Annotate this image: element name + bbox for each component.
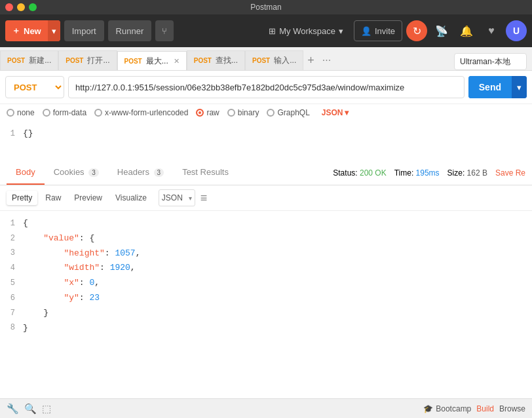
resp-tab-test-results[interactable]: Test Results <box>173 161 238 185</box>
tab-label-0: 新建... <box>29 55 51 66</box>
view-pretty-button[interactable]: Pretty <box>7 191 37 205</box>
resp-line-num-2: 2 <box>0 233 23 245</box>
body-type-urlencoded[interactable]: x-www-form-urlencoded <box>94 108 188 117</box>
heart-icon-button[interactable]: ♥ <box>481 20 502 41</box>
json-format-button[interactable]: JSON ▾ <box>322 108 349 117</box>
resp-tab-headers-label: Headers <box>117 167 149 177</box>
resp-line-num-1: 1 <box>0 218 23 230</box>
resp-line-6: 6 "y": 23 <box>0 291 532 306</box>
status-bar: 🔧 🔍 ⬚ 🎓 Bootcamp Build Browse <box>0 398 532 418</box>
body-type-raw[interactable]: raw <box>196 108 219 117</box>
radio-urlencoded-label: x-www-form-urlencoded <box>105 108 188 117</box>
fork-button[interactable]: ⑂ <box>155 20 174 41</box>
resp-tab-test-results-label: Test Results <box>182 167 229 177</box>
tab-method-0: POST <box>7 57 25 64</box>
body-types: none form-data x-www-form-urlencoded raw… <box>0 104 532 121</box>
tab-method-1: POST <box>66 57 83 64</box>
format-arrow-icon: ▾ <box>186 195 195 202</box>
size-label: Size: 162 B <box>447 168 487 178</box>
tab-4[interactable]: POST 输入... <box>245 50 303 70</box>
request-body-editor[interactable]: 1 {} <box>0 121 532 161</box>
radio-none-dot <box>7 109 14 117</box>
status-value: 200 OK <box>360 168 387 178</box>
send-dropdown-button[interactable]: ▾ <box>512 76 527 98</box>
tabs-bar: POST 新建... POST 打开... POST 最大... ✕ POST … <box>0 47 532 71</box>
invite-button[interactable]: 👤 Invite <box>354 20 402 41</box>
tab-0[interactable]: POST 新建... <box>0 50 58 70</box>
body-type-form-data[interactable]: form-data <box>43 108 86 117</box>
tab-method-4: POST <box>252 57 270 64</box>
maximize-button[interactable] <box>29 3 37 11</box>
send-button[interactable]: Send <box>468 76 512 98</box>
radio-binary-dot <box>227 109 235 117</box>
resp-line-content-4: "width": 1920, <box>23 261 136 275</box>
view-raw-button[interactable]: Raw <box>40 191 66 205</box>
radio-binary-label: binary <box>238 108 259 117</box>
bootcamp-icon: 🎓 <box>423 404 433 413</box>
resp-tab-body[interactable]: Body <box>7 161 45 185</box>
send-button-wrapper: Send ▾ <box>468 76 527 98</box>
resp-tab-headers[interactable]: Headers 3 <box>108 161 173 185</box>
close-button[interactable] <box>5 3 13 11</box>
radio-raw-label: raw <box>206 108 219 117</box>
resp-line-content-8: } <box>23 322 28 335</box>
radio-none-label: none <box>17 108 35 117</box>
main-toolbar: ＋ New ▾ Import Runner ⑂ ⊞ My Workspace ▾… <box>0 14 532 47</box>
build-button[interactable]: Build <box>476 404 494 413</box>
resp-line-5: 5 "x": 0, <box>0 276 532 291</box>
bootcamp-item[interactable]: 🎓 Bootcamp <box>423 404 471 413</box>
tab-1[interactable]: POST 打开... <box>58 50 117 70</box>
resp-line-content-2: "value": { <box>23 232 94 246</box>
resp-tab-body-label: Body <box>16 167 35 177</box>
bell-icon-button[interactable]: 🔔 <box>456 20 477 41</box>
new-button[interactable]: ＋ New <box>5 20 48 41</box>
response-panel: Body Cookies 3 Headers 3 Test Results St… <box>0 161 532 398</box>
view-visualize-button[interactable]: Visualize <box>110 191 152 205</box>
browse-button[interactable]: Browse <box>499 404 525 413</box>
satellite-icon-button[interactable]: 📡 <box>431 20 452 41</box>
time-label: Time: 195ms <box>394 168 440 178</box>
env-select-wrapper: Ultraman-本地 <box>454 53 527 70</box>
avatar-button[interactable]: U <box>506 20 527 41</box>
tab-close-2[interactable]: ✕ <box>174 57 180 66</box>
terminal-icon[interactable]: ⬚ <box>42 403 51 415</box>
resp-tab-cookies[interactable]: Cookies 3 <box>45 161 108 185</box>
status-label: Status: 200 OK <box>333 168 386 178</box>
new-dropdown-button[interactable]: ▾ <box>48 20 60 41</box>
body-type-graphql[interactable]: GraphQL <box>267 108 309 117</box>
chevron-down-icon: ▾ <box>339 26 343 36</box>
add-tab-button[interactable]: + <box>303 50 318 70</box>
runner-button[interactable]: Runner <box>108 20 152 41</box>
resp-line-content-3: "height": 1057, <box>23 247 140 261</box>
wrap-button[interactable]: ≡ <box>198 191 210 205</box>
more-tabs-button[interactable]: ··· <box>318 50 335 70</box>
workspace-button[interactable]: ⊞ My Workspace ▾ <box>262 20 350 41</box>
response-status-bar: Status: 200 OK Time: 195ms Size: 162 B S… <box>333 168 525 178</box>
import-button[interactable]: Import <box>64 20 104 41</box>
search-icon[interactable]: 🔍 <box>24 403 37 415</box>
resp-line-content-1: { <box>23 217 28 231</box>
save-response-button[interactable]: Save Re <box>495 168 525 178</box>
resp-line-1: 1 { <box>0 216 532 231</box>
resp-line-num-8: 8 <box>0 322 23 334</box>
minimize-button[interactable] <box>17 3 25 11</box>
response-view-bar: Pretty Raw Preview Visualize JSON XML HT… <box>0 185 532 211</box>
url-bar: POST GET PUT DELETE PATCH Send ▾ <box>0 71 532 104</box>
tab-label-2: 最大... <box>146 56 168 67</box>
method-select[interactable]: POST GET PUT DELETE PATCH <box>5 76 64 98</box>
body-type-none[interactable]: none <box>7 108 35 117</box>
body-type-binary[interactable]: binary <box>227 108 259 117</box>
format-select[interactable]: JSON XML HTML Text <box>159 192 186 204</box>
view-preview-button[interactable]: Preview <box>69 191 107 205</box>
environment-select[interactable]: Ultraman-本地 <box>454 53 527 70</box>
resp-line-num-5: 5 <box>0 277 23 290</box>
url-input[interactable] <box>68 76 465 98</box>
tab-2[interactable]: POST 最大... ✕ <box>117 51 187 71</box>
line-content-1: {} <box>23 127 33 141</box>
tab-3[interactable]: POST 查找... <box>187 50 245 70</box>
resp-line-num-4: 4 <box>0 262 23 275</box>
size-value: 162 B <box>467 168 487 178</box>
sync-button[interactable]: ↻ <box>406 20 427 41</box>
tab-method-3: POST <box>194 57 212 64</box>
wrench-icon[interactable]: 🔧 <box>7 403 19 415</box>
